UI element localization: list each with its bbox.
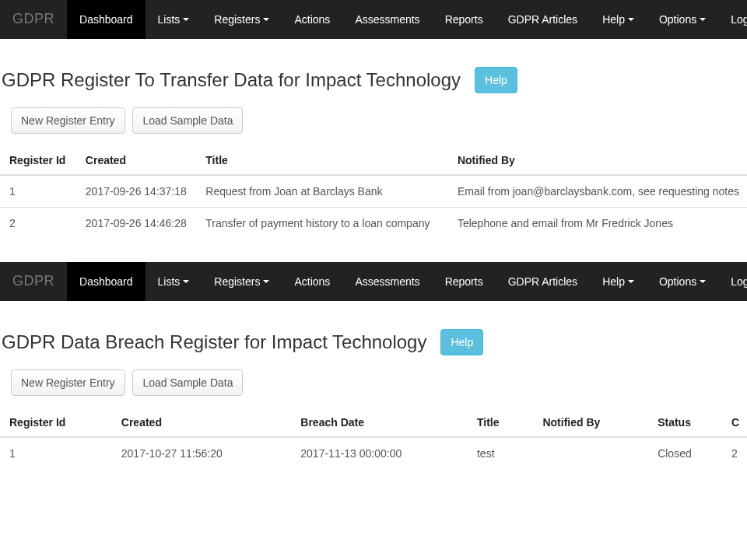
chevron-down-icon: [263, 18, 269, 21]
col-created[interactable]: Created: [76, 148, 196, 175]
col-breach-date[interactable]: Breach Date: [291, 410, 468, 437]
table-row[interactable]: 1 2017-10-27 11:56:20 2017-11-13 00:00:0…: [0, 437, 747, 469]
load-sample-data-button[interactable]: Load Sample Data: [132, 369, 243, 396]
col-notified-by[interactable]: Notified By: [533, 410, 648, 437]
chevron-down-icon: [263, 280, 269, 283]
brand-logo[interactable]: GDPR: [0, 0, 67, 39]
chevron-down-icon: [700, 18, 706, 21]
chevron-down-icon: [700, 280, 706, 283]
col-closed[interactable]: C: [722, 410, 747, 437]
new-register-entry-button[interactable]: New Register Entry: [11, 369, 125, 396]
col-register-id[interactable]: Register Id: [0, 410, 112, 437]
nav-logout[interactable]: Log Out: [718, 0, 747, 39]
nav-registers[interactable]: Registers: [202, 262, 282, 301]
nav-dashboard[interactable]: Dashboard: [67, 0, 146, 39]
breach-register-table: Register Id Created Breach Date Title No…: [0, 410, 747, 469]
breach-register-section: GDPR Data Breach Register for Impact Tec…: [0, 301, 747, 492]
table-row[interactable]: 2 2017-09-26 14:46:28 Transfer of paymen…: [0, 208, 747, 240]
navbar-top: GDPR Dashboard Lists Registers Actions A…: [0, 0, 747, 39]
navbar-bottom: GDPR Dashboard Lists Registers Actions A…: [0, 262, 747, 301]
transfer-register-table: Register Id Created Title Notified By 1 …: [0, 148, 747, 239]
nav-assessments[interactable]: Assessments: [342, 0, 432, 39]
nav-options[interactable]: Options: [647, 262, 718, 301]
nav-reports[interactable]: Reports: [433, 262, 496, 301]
col-status[interactable]: Status: [648, 410, 722, 437]
nav-reports[interactable]: Reports: [433, 0, 496, 39]
col-title[interactable]: Title: [468, 410, 533, 437]
table-row[interactable]: 1 2017-09-26 14:37:18 Request from Joan …: [0, 175, 747, 208]
nav-lists[interactable]: Lists: [146, 262, 202, 301]
page-title: GDPR Register To Transfer Data for Impac…: [2, 69, 461, 91]
nav-dashboard[interactable]: Dashboard: [67, 262, 146, 301]
chevron-down-icon: [183, 18, 189, 21]
nav-actions[interactable]: Actions: [282, 0, 342, 39]
chevron-down-icon: [628, 18, 634, 21]
new-register-entry-button[interactable]: New Register Entry: [11, 107, 125, 134]
nav-help[interactable]: Help: [590, 0, 647, 39]
col-notified-by[interactable]: Notified By: [448, 148, 747, 175]
help-button[interactable]: Help: [475, 67, 517, 93]
col-title[interactable]: Title: [196, 148, 448, 175]
nav-registers[interactable]: Registers: [202, 0, 282, 39]
help-button[interactable]: Help: [440, 329, 483, 355]
nav-options[interactable]: Options: [647, 0, 718, 39]
transfer-register-section: GDPR Register To Transfer Data for Impac…: [0, 39, 747, 262]
col-register-id[interactable]: Register Id: [0, 148, 76, 175]
brand-logo[interactable]: GDPR: [0, 262, 67, 301]
chevron-down-icon: [628, 280, 634, 283]
nav-logout[interactable]: Log Out: [718, 262, 747, 301]
nav-help[interactable]: Help: [590, 262, 647, 301]
nav-assessments[interactable]: Assessments: [342, 262, 432, 301]
nav-actions[interactable]: Actions: [282, 262, 342, 301]
nav-gdpr-articles[interactable]: GDPR Articles: [496, 0, 590, 39]
col-created[interactable]: Created: [112, 410, 292, 437]
nav-gdpr-articles[interactable]: GDPR Articles: [496, 262, 590, 301]
nav-lists[interactable]: Lists: [146, 0, 202, 39]
page-title: GDPR Data Breach Register for Impact Tec…: [2, 331, 426, 353]
load-sample-data-button[interactable]: Load Sample Data: [132, 107, 243, 134]
chevron-down-icon: [183, 280, 189, 283]
